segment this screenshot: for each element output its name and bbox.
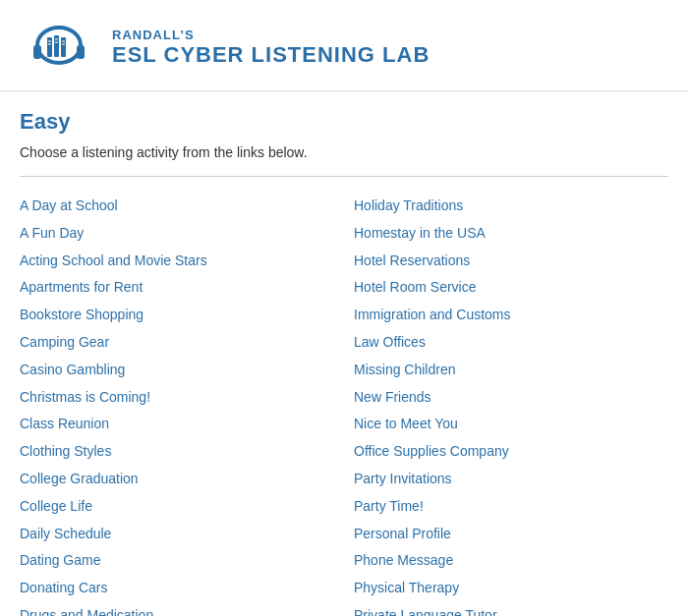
activity-link[interactable]: Party Time! xyxy=(354,498,424,514)
activity-link[interactable]: Donating Cars xyxy=(20,580,108,595)
page-subtitle: Choose a listening activity from the lin… xyxy=(20,144,668,160)
list-item: Drugs and Medication xyxy=(20,602,334,616)
activity-link[interactable]: Hotel Reservations xyxy=(354,252,470,268)
activity-link[interactable]: Daily Schedule xyxy=(20,526,111,541)
activity-link[interactable]: Class Reunion xyxy=(20,416,109,431)
list-item: Office Supplies Company xyxy=(354,438,668,466)
header: RANDALL'S ESL CYBER LISTENING LAB xyxy=(0,0,688,91)
activity-link[interactable]: Clothing Styles xyxy=(20,443,111,459)
activity-link[interactable]: Private Language Tutor xyxy=(354,607,497,616)
list-item: College Graduation xyxy=(20,466,334,493)
activity-link[interactable]: Phone Message xyxy=(354,552,453,568)
list-item: Private Language Tutor xyxy=(354,602,668,616)
activity-link[interactable]: Missing Children xyxy=(354,362,455,377)
list-item: A Fun Day xyxy=(20,220,334,248)
list-item: Law Offices xyxy=(354,329,668,357)
list-item: Dating Game xyxy=(20,547,334,575)
list-item: Holiday Traditions xyxy=(354,193,668,220)
activity-link[interactable]: Hotel Room Service xyxy=(354,279,477,295)
svg-rect-5 xyxy=(61,37,66,57)
list-item: Phone Message xyxy=(354,547,668,575)
activity-link[interactable]: Law Offices xyxy=(354,334,426,350)
list-item: Donating Cars xyxy=(20,575,334,602)
activity-link[interactable]: Drugs and Medication xyxy=(20,607,153,616)
list-item: Missing Children xyxy=(354,357,668,384)
activity-link[interactable]: Bookstore Shopping xyxy=(20,307,143,322)
list-item: Party Time! xyxy=(354,493,668,521)
activity-link[interactable]: Dating Game xyxy=(20,552,100,568)
activity-link[interactable]: A Day at School xyxy=(20,197,118,213)
list-item: Party Invitations xyxy=(354,466,668,493)
list-item: Hotel Room Service xyxy=(354,274,668,302)
activity-link[interactable]: Holiday Traditions xyxy=(354,197,463,213)
activity-link[interactable]: New Friends xyxy=(354,389,431,405)
activity-link[interactable]: Nice to Meet You xyxy=(354,416,458,431)
right-column: Holiday TraditionsHomestay in the USAHot… xyxy=(354,193,668,616)
svg-rect-3 xyxy=(47,37,52,57)
activity-link[interactable]: Office Supplies Company xyxy=(354,443,509,459)
list-item: Personal Profile xyxy=(354,521,668,548)
list-item: Apartments for Rent xyxy=(20,274,334,302)
list-item: Casino Gambling xyxy=(20,357,334,384)
list-item: Immigration and Customs xyxy=(354,302,668,329)
list-item: New Friends xyxy=(354,384,668,412)
list-item: Nice to Meet You xyxy=(354,411,668,438)
svg-rect-2 xyxy=(77,45,85,59)
svg-rect-1 xyxy=(33,45,41,59)
activity-link[interactable]: Acting School and Movie Stars xyxy=(20,252,207,268)
list-item: College Life xyxy=(20,493,334,521)
list-item: Camping Gear xyxy=(20,329,334,357)
activity-link[interactable]: Party Invitations xyxy=(354,471,452,486)
activity-link[interactable]: Immigration and Customs xyxy=(354,307,511,322)
divider xyxy=(20,176,668,177)
list-item: Hotel Reservations xyxy=(354,248,668,275)
logo-icon xyxy=(20,18,98,77)
activity-link[interactable]: College Graduation xyxy=(20,471,139,486)
logo-randalls: RANDALL'S xyxy=(112,28,430,42)
list-item: Physical Therapy xyxy=(354,575,668,602)
logo-title: ESL CYBER LISTENING LAB xyxy=(112,42,430,68)
list-item: A Day at School xyxy=(20,193,334,220)
links-grid: A Day at SchoolA Fun DayActing School an… xyxy=(20,193,668,616)
list-item: Class Reunion xyxy=(20,411,334,438)
activity-link[interactable]: Casino Gambling xyxy=(20,362,125,377)
list-item: Clothing Styles xyxy=(20,438,334,466)
activity-link[interactable]: Physical Therapy xyxy=(354,580,459,595)
activity-link[interactable]: Christmas is Coming! xyxy=(20,389,150,405)
list-item: Bookstore Shopping xyxy=(20,302,334,329)
logo-text: RANDALL'S ESL CYBER LISTENING LAB xyxy=(112,28,430,68)
list-item: Christmas is Coming! xyxy=(20,384,334,412)
page-heading: Easy xyxy=(20,109,668,135)
activity-link[interactable]: Personal Profile xyxy=(354,526,451,541)
list-item: Acting School and Movie Stars xyxy=(20,248,334,275)
list-item: Homestay in the USA xyxy=(354,220,668,248)
activity-link[interactable]: Apartments for Rent xyxy=(20,279,143,295)
activity-link[interactable]: Camping Gear xyxy=(20,334,109,350)
activity-link[interactable]: Homestay in the USA xyxy=(354,225,486,241)
activity-link[interactable]: A Fun Day xyxy=(20,225,84,241)
list-item: Daily Schedule xyxy=(20,521,334,548)
left-column: A Day at SchoolA Fun DayActing School an… xyxy=(20,193,334,616)
activity-link[interactable]: College Life xyxy=(20,498,92,514)
svg-rect-4 xyxy=(54,35,59,57)
main-content: Easy Choose a listening activity from th… xyxy=(0,91,688,616)
